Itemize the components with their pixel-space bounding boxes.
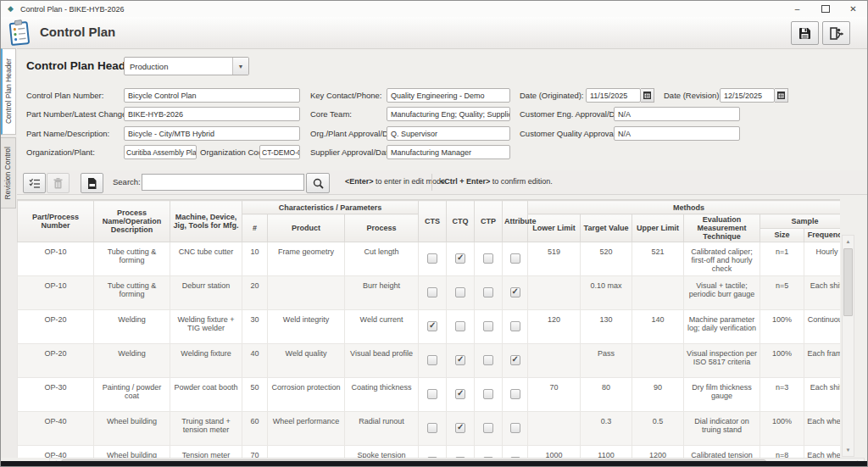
- col-ctp[interactable]: CTP: [475, 201, 503, 242]
- cell-name[interactable]: Tube cutting & forming: [94, 242, 170, 276]
- ctp-checkbox[interactable]: [483, 355, 493, 365]
- cell-technique[interactable]: Dry film thickness gauge: [684, 378, 760, 412]
- cell-name[interactable]: Painting / powder coat: [94, 378, 170, 412]
- cell-technique[interactable]: Calibrated tension meter: [684, 446, 760, 459]
- cell-machine[interactable]: Truing stand + tension meter: [170, 412, 242, 446]
- cell-upper[interactable]: 1200: [632, 446, 684, 459]
- cell-target[interactable]: 80: [581, 378, 632, 412]
- cell-target[interactable]: 520: [581, 242, 632, 276]
- ctq-checkbox[interactable]: [455, 253, 465, 264]
- table-row[interactable]: OP-30 Painting / powder coat Powder coat…: [18, 378, 841, 412]
- organization-code-input[interactable]: CT-DEMO-01: [259, 145, 300, 159]
- cell-lower[interactable]: [528, 344, 581, 378]
- col-ctq[interactable]: CTQ: [447, 201, 475, 242]
- cell-part[interactable]: OP-40: [18, 412, 94, 446]
- cell-part[interactable]: OP-20: [18, 344, 94, 378]
- part-name-input[interactable]: Bicycle - City/MTB Hybrid: [124, 126, 300, 141]
- cell-machine[interactable]: Welding fixture + TIG welder: [170, 310, 242, 344]
- ctp-checkbox[interactable]: [483, 321, 493, 331]
- cell-product[interactable]: [268, 446, 345, 459]
- cell-product[interactable]: Frame geometry: [268, 242, 345, 276]
- key-contact-input[interactable]: Quality Engineering - Demo: [387, 88, 510, 103]
- cell-num[interactable]: 40: [242, 344, 268, 378]
- cts-checkbox[interactable]: [427, 253, 437, 264]
- vertical-scroll-thumb[interactable]: [843, 248, 853, 316]
- cell-frequency[interactable]: Each shift: [804, 378, 840, 412]
- cell-technique[interactable]: Machine parameter log; daily verificatio…: [684, 310, 760, 344]
- tab-control-plan-header[interactable]: Control Plan Header: [1, 48, 16, 135]
- export-document-button[interactable]: [81, 173, 103, 193]
- col-part-process[interactable]: Part/Process Number: [18, 201, 94, 242]
- cell-machine[interactable]: Powder coat booth: [170, 378, 242, 412]
- ctq-checkbox[interactable]: [455, 389, 465, 399]
- scroll-down-icon[interactable]: ▼: [843, 444, 854, 456]
- org-plant-approval-input[interactable]: Q. Supervisor: [387, 126, 510, 141]
- cell-num[interactable]: 20: [242, 276, 268, 310]
- ctq-checkbox[interactable]: [455, 287, 465, 297]
- cell-upper[interactable]: [632, 344, 684, 378]
- cell-process[interactable]: Weld current: [345, 310, 419, 344]
- cell-name[interactable]: Tube cutting & forming: [94, 276, 170, 310]
- cell-upper[interactable]: 90: [632, 378, 684, 412]
- cell-lower[interactable]: 70: [528, 378, 581, 412]
- cell-num[interactable]: 70: [242, 446, 268, 459]
- ctq-checkbox[interactable]: [455, 321, 465, 331]
- attribute-checkbox[interactable]: [510, 423, 520, 433]
- cell-process[interactable]: Cut length: [345, 242, 419, 276]
- cell-upper[interactable]: [632, 276, 684, 310]
- cell-machine[interactable]: Tension meter: [170, 446, 242, 459]
- exit-button[interactable]: [822, 21, 850, 45]
- cell-lower[interactable]: 1000: [528, 446, 581, 459]
- attribute-checkbox[interactable]: [510, 355, 520, 365]
- supplier-approval-input[interactable]: Manufacturing Manager: [387, 145, 510, 159]
- cell-part[interactable]: OP-10: [18, 242, 94, 276]
- cell-num[interactable]: 30: [242, 310, 268, 344]
- cts-checkbox[interactable]: [427, 423, 437, 433]
- close-button[interactable]: ✕: [839, 1, 867, 17]
- ctp-checkbox[interactable]: [483, 253, 493, 264]
- cell-part[interactable]: OP-30: [18, 378, 94, 412]
- cts-checkbox[interactable]: [427, 355, 437, 365]
- search-button[interactable]: [306, 173, 330, 193]
- cell-lower[interactable]: 519: [528, 242, 581, 276]
- col-size[interactable]: Size: [760, 228, 804, 242]
- attribute-checkbox[interactable]: [510, 287, 520, 297]
- cell-technique[interactable]: Visual inspection per ISO 5817 criteria: [684, 344, 760, 378]
- attribute-checkbox[interactable]: [510, 389, 520, 399]
- cell-size[interactable]: n=3: [760, 378, 804, 412]
- cell-num[interactable]: 50: [242, 378, 268, 412]
- col-process-name[interactable]: Process Name/Operation Description: [94, 201, 170, 242]
- table-row[interactable]: OP-20 Welding Welding fixture 40 Weld qu…: [18, 344, 841, 378]
- edit-rows-button[interactable]: [23, 173, 46, 193]
- cell-name[interactable]: Wheel building: [94, 446, 170, 459]
- cell-product[interactable]: Wheel performance: [268, 412, 345, 446]
- attribute-checkbox[interactable]: [510, 321, 520, 331]
- date-originated-input[interactable]: 11/15/2025: [586, 88, 641, 103]
- cell-num[interactable]: 10: [242, 242, 268, 276]
- cts-checkbox[interactable]: [427, 389, 437, 399]
- cell-target[interactable]: 1100: [581, 446, 632, 459]
- control-plan-number-input[interactable]: Bicycle Control Plan: [124, 88, 300, 103]
- cell-machine[interactable]: Welding fixture: [170, 344, 242, 378]
- cell-num[interactable]: 60: [242, 412, 268, 446]
- cell-technique[interactable]: Dial indicator on truing stand: [684, 412, 760, 446]
- cell-upper[interactable]: 521: [632, 242, 684, 276]
- col-product[interactable]: Product: [268, 214, 345, 242]
- ctq-checkbox[interactable]: [455, 423, 465, 433]
- col-process[interactable]: Process: [345, 214, 419, 242]
- cell-process[interactable]: Spoke tension: [345, 446, 419, 459]
- col-machine[interactable]: Machine, Device, Jig, Tools for Mfg.: [170, 201, 242, 242]
- customer-eng-approval-input[interactable]: N/A: [614, 107, 740, 121]
- cell-size[interactable]: n=1: [760, 242, 804, 276]
- cell-target[interactable]: 130: [581, 310, 632, 344]
- col-upper-limit[interactable]: Upper Limit: [632, 214, 684, 242]
- table-row[interactable]: OP-20 Welding Welding fixture + TIG weld…: [18, 310, 841, 344]
- cell-size[interactable]: 100%: [760, 344, 804, 378]
- cell-product[interactable]: Corrosion protection: [268, 378, 345, 412]
- search-input[interactable]: [142, 174, 304, 191]
- attribute-checkbox[interactable]: [510, 253, 520, 264]
- cell-upper[interactable]: 0.5: [632, 412, 684, 446]
- table-row[interactable]: OP-40 Wheel building Truing stand + tens…: [18, 412, 841, 446]
- vertical-scrollbar[interactable]: ▲ ▼: [842, 235, 854, 457]
- cell-target[interactable]: Pass: [581, 344, 632, 378]
